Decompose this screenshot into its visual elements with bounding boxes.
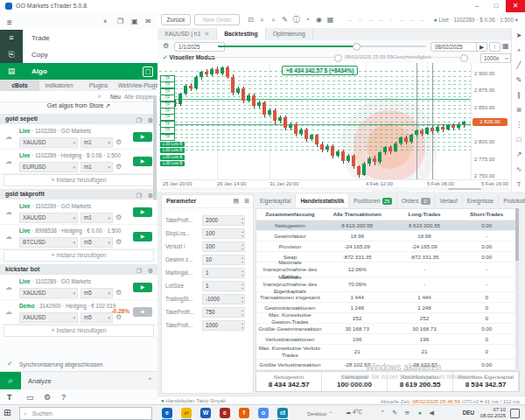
draw-icon[interactable]: ✎ [279, 16, 290, 24]
table-row[interactable]: Nettogewinn8 619 200.558 619 200.550.00 [256, 220, 515, 231]
add-instance-button[interactable]: + Instanz hinzufügen [4, 249, 154, 262]
account-selector[interactable]: ● Live · 1102289 · $ 0.06 · 1:500 ▾ [434, 17, 518, 23]
cbot-instance-row[interactable]: ☁Live · 8998538 · Hedging · € 0.00 · 1:5… [0, 225, 158, 249]
table-row[interactable]: Maximale Inanspruchnahme des Eigenkapita… [256, 277, 515, 292]
tab-xauusdh1[interactable]: XAUUSD | h1✕ [158, 28, 217, 40]
cbot-instance-row[interactable]: ☁Live · 1102289 · GO MarketsXAUUSD▾m5▾⚙▶ [0, 276, 158, 300]
results-tab-verlauf[interactable]: Verlauf [436, 194, 463, 207]
start-button[interactable]: ▶ [133, 232, 152, 242]
table-row[interactable]: Provision-24 165.09-24 165.090.00 [256, 242, 515, 252]
taskbar-app-firefox[interactable]: f [239, 408, 249, 418]
rectangle-icon[interactable]: □ [512, 132, 525, 147]
parameter-input[interactable]: 100▴ ▾ [202, 242, 245, 252]
trendline-icon[interactable]: ╱ [512, 58, 525, 73]
speed-slider[interactable] [430, 57, 466, 58]
timeframe-select[interactable]: m5▾ [80, 237, 113, 248]
shield-icon[interactable]: ● [418, 410, 422, 416]
taskbar-app-ctrader-red[interactable]: c [220, 408, 230, 418]
table-row[interactable]: Größte Gewinntransaktion30 168.7330 168.… [256, 324, 515, 334]
stop-all-button[interactable]: Alle stoppen [124, 94, 156, 100]
crosshair-icon[interactable]: + [512, 43, 525, 58]
close-tab-icon[interactable]: ✕ [204, 31, 209, 37]
results-tab-protokoll[interactable]: Protokoll [499, 194, 525, 207]
visibility-icon[interactable]: ◉ [313, 16, 325, 24]
chevron-up-icon[interactable]: ⌃ [147, 377, 152, 384]
language-indicator[interactable]: DEU [463, 410, 474, 416]
symbol-select[interactable]: XAUUSD▾ [19, 288, 78, 298]
info-icon[interactable]: ⓘ [290, 15, 302, 24]
pencil-icon[interactable]: ✎ [512, 73, 525, 88]
timeframe-select[interactable]: m1▾ [80, 162, 113, 172]
speed-value[interactable]: 1000x▴▾ [480, 53, 511, 63]
sidebar-item-algo[interactable]: ▤Algo▢ [0, 63, 158, 80]
sidebar-item-trade[interactable]: ≡Trade [0, 30, 158, 47]
chevron-up-icon[interactable]: ⌃ [380, 410, 385, 416]
back-button[interactable]: Zurück [161, 14, 191, 25]
new-cbot-button[interactable]: Neu [110, 94, 121, 100]
chart-scrollbar-thumb[interactable] [448, 188, 481, 190]
price-axis[interactable]: 2 900.002 875.002 850.002 825.002 800.00… [471, 63, 510, 179]
instance-settings-icon[interactable]: ⚙ [116, 138, 122, 146]
table-row[interactable]: Max. Konsekutive Gewinn-Trades2522520 [256, 313, 515, 324]
expand-icon[interactable]: ⊞ [244, 195, 249, 207]
tab-optimierung[interactable]: Optimierung [266, 28, 313, 40]
chart-type-icon[interactable]: ▦ [325, 16, 336, 24]
target-icon[interactable]: ⌖ [103, 18, 108, 26]
symbol-select[interactable]: XAUUSD▾ [19, 137, 78, 148]
start-button[interactable]: ▶ [133, 207, 152, 217]
instance-settings-icon[interactable]: ⚙ [116, 313, 122, 321]
maximize-button[interactable]: □ [486, 0, 506, 12]
notification-center-icon[interactable] [510, 409, 520, 418]
results-tab-eigenkapital[interactable]: Eigenkapital [256, 194, 296, 207]
symbol-select[interactable]: XAUUSD▾ [19, 312, 78, 323]
tab-backtesting[interactable]: Backtesting [217, 28, 266, 40]
results-tab-orders[interactable]: Orders0 [397, 194, 436, 207]
table-row[interactable]: Verlusttransaktionen1961960 [256, 334, 515, 345]
start-button[interactable]: ▶ [133, 132, 152, 142]
parameter-input[interactable]: -1000▴ ▾ [202, 294, 245, 304]
analyze-row[interactable]: ⌕ Analyze ⌃ [0, 371, 158, 389]
timeframe-select[interactable]: m1▾ [80, 137, 113, 148]
weather-widget[interactable]: ☁ 4°C [346, 409, 362, 416]
text-icon[interactable]: T [7, 393, 12, 402]
table-row[interactable]: Max. Konsekutive Verlust-Trades21210 [256, 345, 515, 360]
visual-mode-checkbox[interactable]: ✓ Visueller Modus [163, 54, 215, 61]
taskbar-app-browser[interactable]: o [258, 408, 269, 418]
table-row[interactable]: Gewinnfaktor18.9818.98- [256, 231, 515, 242]
text-icon[interactable]: T [512, 177, 525, 192]
parameter-input[interactable]: 2000▴ ▾ [202, 215, 245, 226]
parameter-input[interactable]: 750▴ ▾ [202, 307, 245, 318]
add-instance-button[interactable]: + Instanz hinzufügen [4, 325, 154, 337]
mail-icon[interactable]: ✉ [145, 18, 151, 25]
results-tab-ereignisse[interactable]: Ereignisse [463, 194, 499, 207]
results-tab-handelsstatistik[interactable]: Handelsstatistik [296, 194, 349, 207]
play-button[interactable]: ▶ [476, 42, 487, 52]
parameter-input[interactable]: 1▴ ▾ [202, 281, 245, 291]
close-button[interactable]: ✕ [506, 0, 525, 12]
volume-icon[interactable]: ◀ [430, 410, 434, 416]
instance-settings-icon[interactable]: ⚙ [116, 238, 122, 246]
settings-icon[interactable]: ⚙ [163, 42, 169, 50]
clock[interactable]: 07:1008.02.2025 [480, 407, 506, 419]
symbol-select[interactable]: BTCUSD▾ [19, 237, 78, 248]
start-button[interactable]: ▶ [133, 157, 152, 166]
algo-panel-icon[interactable]: ▢ [143, 66, 153, 77]
table-scrollbar[interactable] [515, 208, 519, 369]
equidistant-icon[interactable]: ∥ [512, 88, 525, 102]
report-icon[interactable]: ▦ [502, 42, 509, 50]
cbot-instance-row[interactable]: ☁Live · 1102289 · GO MarketsXAUUSD▾m1▾⚙▶ [0, 200, 158, 225]
symbol-select[interactable]: XAUUSD▾ [19, 213, 78, 223]
sidebar-item-copy[interactable]: ⎘Copy [0, 46, 158, 64]
zoom-in-icon[interactable]: ⌕ [256, 16, 268, 24]
chart-plot-area[interactable]: TPTPTPTPTPTPTPTPTPTP1.00 Lots B1.00 Lots… [158, 63, 511, 186]
sidebar-scrollbar[interactable] [153, 95, 157, 200]
start-button[interactable]: ⊞ [4, 408, 10, 417]
network-icon[interactable]: ≋ [404, 410, 410, 416]
instance-settings-icon[interactable]: ⚙ [116, 214, 122, 221]
screenshot-icon[interactable]: ⊡ [245, 16, 256, 24]
timeframe-select[interactable]: m5▾ [80, 312, 113, 323]
timeframe-select[interactable]: m5▾ [80, 288, 113, 298]
timeframe-select[interactable]: m1▾ [80, 213, 113, 223]
search-icon[interactable]: ⌕ [98, 93, 102, 100]
arrow-icon[interactable]: ↗ [512, 147, 525, 162]
